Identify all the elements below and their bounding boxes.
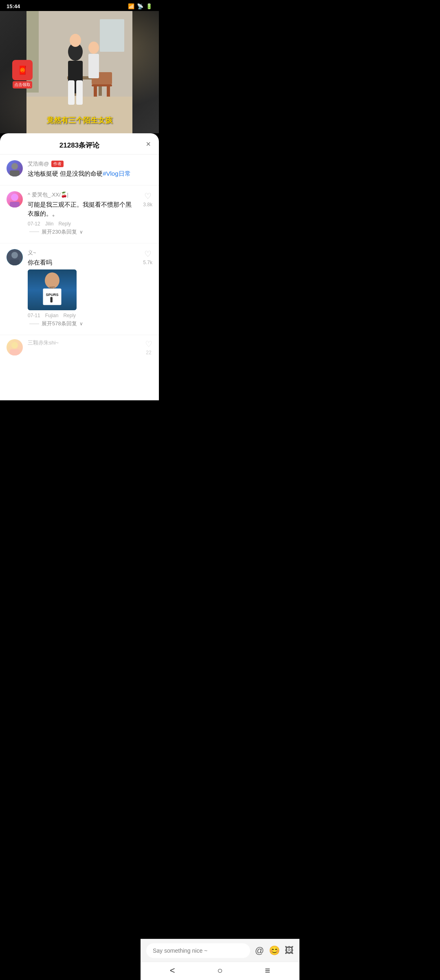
like-icon-2: ♡ bbox=[144, 191, 152, 201]
comment-body-3: 义~ 你在看吗 SPURS NST bbox=[28, 249, 135, 331]
comment-location-2: Jilin bbox=[45, 221, 54, 227]
expand-arrow: ∨ bbox=[79, 229, 83, 235]
video-center bbox=[26, 11, 132, 133]
comment-username: 艾浩南@ 作者 bbox=[28, 160, 152, 168]
svg-rect-13 bbox=[76, 80, 83, 105]
comment-body-2: ^ 爱哭包_.XX/🍒| 可能是我三观不正。我挺看不惯那个黑衣服的。。 07-1… bbox=[28, 191, 135, 239]
comment-text-2: 可能是我三观不正。我挺看不惯那个黑衣服的。。 bbox=[28, 200, 135, 219]
svg-point-14 bbox=[88, 42, 99, 54]
svg-rect-24 bbox=[10, 260, 20, 265]
svg-rect-19 bbox=[10, 170, 20, 177]
like-area-3[interactable]: ♡ 5.7k bbox=[140, 249, 152, 331]
svg-rect-17 bbox=[100, 19, 124, 52]
status-bar: 15:44 📶 📡 🔋 bbox=[0, 0, 159, 11]
wifi-icon: 📡 bbox=[137, 3, 143, 9]
svg-text:SPURS: SPURS bbox=[46, 293, 58, 297]
like-count-3: 5.7k bbox=[143, 260, 152, 265]
comment-meta-3: 07-11 Fujian Reply bbox=[28, 313, 135, 318]
svg-text:NST: NST bbox=[50, 286, 55, 289]
video-subtitle: 竟然有三个陌生女孩 bbox=[46, 115, 112, 125]
avatar bbox=[7, 249, 23, 265]
reply-button-3[interactable]: Reply bbox=[63, 313, 76, 318]
avatar-svg-4 bbox=[7, 339, 23, 355]
expand-replies-2[interactable]: 展开230条回复 ∨ bbox=[29, 228, 135, 236]
room-scene-svg bbox=[26, 11, 132, 133]
like-area-2[interactable]: ♡ 3.8k bbox=[140, 191, 152, 239]
like-count-partial: 22 bbox=[146, 350, 151, 355]
red-packet[interactable]: 🧧 点击领取 bbox=[12, 60, 33, 88]
comment-meta-2: 07-12 Jilin Reply bbox=[28, 221, 135, 227]
red-packet-icon: 🧧 bbox=[12, 60, 33, 80]
spurs-jersey: SPURS NST bbox=[28, 269, 77, 310]
comment-text: 这地板挺硬 但是没我的命硬#Vlog日常 bbox=[28, 169, 152, 179]
spurs-svg: SPURS NST bbox=[28, 269, 77, 306]
avatar-svg-2 bbox=[7, 191, 23, 207]
comment-username-partial: 三颗赤朱shi~ bbox=[28, 339, 137, 347]
comment-location-3: Fujian bbox=[45, 313, 59, 318]
avatar-partial bbox=[7, 339, 23, 355]
comment-item-partial: 三颗赤朱shi~ ♡ 22 bbox=[0, 335, 159, 360]
expand-arrow-3: ∨ bbox=[79, 321, 83, 327]
svg-rect-6 bbox=[94, 86, 97, 97]
svg-rect-31 bbox=[10, 349, 20, 355]
expand-line bbox=[29, 232, 39, 232]
svg-point-18 bbox=[11, 163, 18, 170]
video-player[interactable]: 🧧 点击领取 竟然有三个陌生女孩 bbox=[0, 11, 159, 133]
expand-label-3: 展开578条回复 bbox=[42, 320, 77, 327]
svg-rect-26 bbox=[43, 289, 62, 305]
battery-icon: 🔋 bbox=[146, 3, 152, 9]
svg-rect-5 bbox=[92, 84, 112, 86]
close-button[interactable]: × bbox=[146, 140, 151, 148]
svg-point-10 bbox=[70, 34, 81, 47]
comments-header: 21283条评论 × bbox=[0, 133, 159, 155]
like-count-2: 3.8k bbox=[143, 202, 152, 207]
author-badge: 作者 bbox=[51, 161, 64, 167]
status-icons: 📶 📡 🔋 bbox=[128, 3, 152, 9]
comment-image[interactable]: SPURS NST bbox=[28, 269, 77, 310]
expand-replies-3[interactable]: 展开578条回复 ∨ bbox=[29, 320, 135, 327]
comment-body: 艾浩南@ 作者 这地板挺硬 但是没我的命硬#Vlog日常 bbox=[28, 160, 152, 181]
avatar-svg-3 bbox=[7, 249, 23, 265]
comment-date-3: 07-11 bbox=[28, 313, 40, 318]
svg-rect-12 bbox=[68, 80, 75, 105]
comment-username-3: 义~ bbox=[28, 249, 135, 256]
like-icon-partial: ♡ bbox=[145, 339, 152, 349]
comment-username-2: ^ 爱哭包_.XX/🍒| bbox=[28, 191, 135, 199]
comments-panel: 21283条评论 × 艾浩南@ 作者 这地板挺硬 但是没我的命硬#Vlog日常 bbox=[0, 133, 159, 400]
comment-body-partial: 三颗赤朱shi~ bbox=[28, 339, 137, 355]
comment-item-3: 义~ 你在看吗 SPURS NST bbox=[0, 243, 159, 335]
reply-button-2[interactable]: Reply bbox=[58, 221, 71, 227]
avatar bbox=[7, 160, 23, 177]
like-area-partial[interactable]: ♡ 22 bbox=[142, 339, 152, 355]
svg-rect-28 bbox=[51, 297, 53, 303]
signal-icon: 📶 bbox=[128, 3, 134, 9]
avatar-svg bbox=[7, 160, 23, 177]
bottom-spacer bbox=[0, 360, 159, 400]
svg-rect-21 bbox=[10, 202, 20, 207]
svg-point-30 bbox=[11, 342, 18, 349]
comment-item-2: ^ 爱哭包_.XX/🍒| 可能是我三观不正。我挺看不惯那个黑衣服的。。 07-1… bbox=[0, 185, 159, 243]
status-time: 15:44 bbox=[7, 3, 20, 9]
comment-link[interactable]: #Vlog日常 bbox=[103, 170, 130, 177]
avatar bbox=[7, 191, 23, 207]
svg-rect-15 bbox=[88, 54, 99, 78]
svg-point-23 bbox=[11, 252, 18, 258]
comment-item-author: 艾浩南@ 作者 这地板挺硬 但是没我的命硬#Vlog日常 bbox=[0, 155, 159, 185]
expand-line-3 bbox=[29, 324, 39, 324]
comments-title: 21283条评论 bbox=[59, 141, 99, 150]
comment-date-2: 07-12 bbox=[28, 221, 40, 227]
svg-point-20 bbox=[11, 194, 18, 201]
comment-text-3: 你在看吗 bbox=[28, 258, 135, 267]
like-icon-3: ♡ bbox=[144, 249, 152, 259]
svg-rect-7 bbox=[107, 86, 110, 97]
red-packet-label: 点击领取 bbox=[13, 81, 32, 88]
